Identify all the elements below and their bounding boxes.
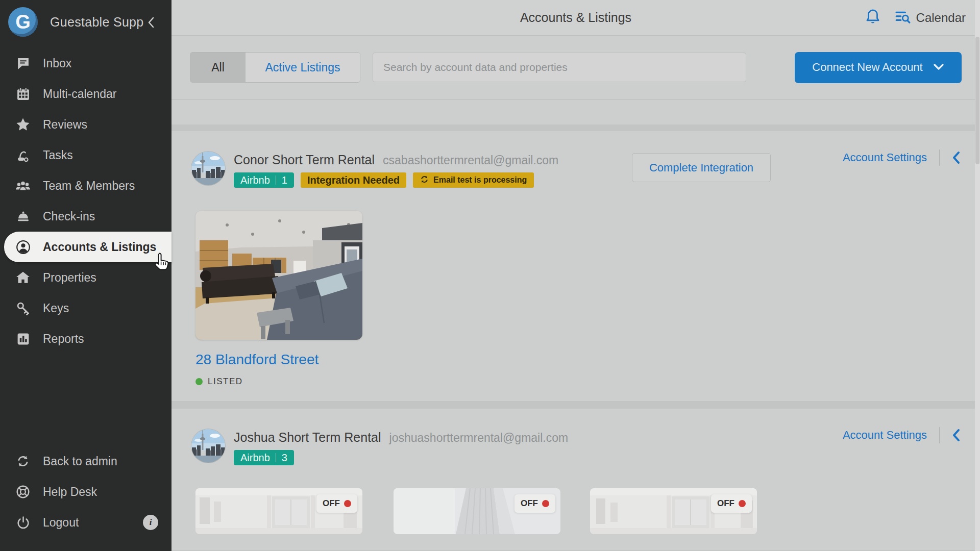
sidebar-item-team-members[interactable]: Team & Members [0,170,172,201]
star-icon [15,117,31,132]
sidebar-item-accounts-listings[interactable]: Accounts & Listings [4,232,172,262]
scrollbar-thumb[interactable] [975,37,979,164]
settings-divider [939,427,940,443]
refresh-icon [15,454,31,469]
badge-divider [276,453,276,462]
account-info: Joshua Short Term Rental joshuashortterm… [234,429,568,465]
account-badges: Airbnb 3 [234,450,568,465]
badge-divider [276,176,276,185]
calendar-label: Calendar [916,11,966,25]
sidebar-item-label: Check-ins [43,210,95,223]
off-status-label: OFF [521,498,538,509]
sidebar-item-label: Keys [43,302,69,315]
chat-icon [15,56,31,71]
notifications-bell-icon[interactable] [865,8,880,28]
channel-name: Airbnb [240,174,270,186]
main-area: Accounts & Listings Calendar All Active … [172,0,980,551]
channel-badge: Airbnb 1 [234,172,294,188]
listing-status: LISTED [195,377,362,387]
sidebar-nav: Inbox Multi-calendar Reviews Tasks Team … [0,48,172,354]
connect-new-account-button[interactable]: Connect New Account [795,52,962,83]
sidebar-item-label: Reports [43,332,84,346]
account-card-joshua: Joshua Short Term Rental joshuashortterm… [172,409,980,550]
search-input[interactable] [373,53,746,82]
account-settings-link[interactable]: Account Settings [843,429,927,442]
account-info: Conor Short Term Rental csabashorttermre… [234,152,558,188]
sidebar-item-label: Team & Members [43,179,135,193]
listing-card: 28 Blandford Street LISTED [195,211,362,387]
sidebar-item-inbox[interactable]: Inbox [0,48,172,79]
channel-name: Airbnb [240,452,270,464]
sidebar-item-check-ins[interactable]: Check-ins [0,201,172,232]
sidebar-item-tasks[interactable]: Tasks [0,140,172,170]
brand-logo-letter: G [15,11,31,33]
connect-new-account-label: Connect New Account [812,61,922,74]
top-header: Accounts & Listings Calendar [172,0,980,36]
tab-all[interactable]: All [190,53,246,82]
collapse-account-chevron-icon[interactable] [952,429,961,442]
refresh-icon [420,175,429,186]
accounts-listings-page: { "brand": { "name": "Guestable Supp", "… [0,0,980,551]
list-search-icon [895,9,911,27]
sidebar-item-label: Back to admin [43,455,117,468]
sidebar-item-properties[interactable]: Properties [0,262,172,293]
sidebar-item-reports[interactable]: Reports [0,323,172,354]
chevron-down-icon [933,61,944,74]
channel-listing-count: 1 [282,174,287,186]
sidebar-item-keys[interactable]: Keys [0,293,172,323]
account-icon [15,239,31,255]
account-header: Conor Short Term Rental csabashorttermre… [191,152,558,188]
listing-photo[interactable] [195,211,362,340]
off-status-dot [344,500,351,507]
calendar-icon [15,86,31,102]
listing-thumbnail[interactable]: OFF [195,488,362,534]
logout-info-icon[interactable]: i [143,515,158,530]
section-gap [172,401,980,409]
sidebar-item-label: Multi-calendar [43,87,116,101]
sidebar-item-label: Inbox [43,57,71,70]
calendar-toggle[interactable]: Calendar [895,9,966,27]
off-status-label: OFF [323,498,340,509]
email-processing-label: Email test is processing [433,176,527,185]
account-settings-row: Account Settings [843,149,961,166]
team-icon [15,178,31,193]
sidebar-item-help-desk[interactable]: Help Desk [0,477,172,507]
account-header: Joshua Short Term Rental joshuashortterm… [191,429,568,465]
lifebuoy-icon [15,484,31,499]
account-settings-link[interactable]: Account Settings [843,151,927,164]
off-status-dot [739,500,746,507]
collapse-account-chevron-icon[interactable] [952,151,961,164]
email-processing-badge: Email test is processing [413,172,534,188]
off-status-badge: OFF [514,494,555,513]
vacuum-icon [15,147,31,163]
account-name: Conor Short Term Rental [234,153,375,167]
sidebar-collapse-icon[interactable] [146,16,156,31]
listing-thumbnail[interactable]: OFF [590,488,757,534]
account-settings-row: Account Settings [843,427,961,443]
power-icon [15,515,31,530]
sidebar-item-logout[interactable]: Logout i [0,507,172,538]
bar-chart-icon [15,331,31,346]
settings-divider [939,149,940,166]
brand-logo: G [8,7,38,37]
service-bell-icon [15,209,31,224]
listing-thumbnail[interactable]: OFF [394,488,560,534]
section-gap [172,124,980,131]
complete-integration-button[interactable]: Complete Integration [632,153,771,182]
account-email: joshuashorttermrental@gmail.com [389,431,569,445]
scrollbar[interactable] [975,0,980,551]
sidebar-item-back-to-admin[interactable]: Back to admin [0,446,172,477]
integration-needed-badge: Integration Needed [301,172,406,188]
sidebar-item-multi-calendar[interactable]: Multi-calendar [0,79,172,109]
tab-active-listings[interactable]: Active Listings [246,53,360,82]
listing-title-link[interactable]: 28 Blandford Street [195,352,362,368]
home-icon [15,270,31,285]
sidebar-item-reviews[interactable]: Reviews [0,109,172,140]
account-name: Joshua Short Term Rental [234,430,381,445]
sidebar-item-label: Logout [43,516,79,530]
toolbar-subband [172,99,980,124]
sidebar-item-label: Reviews [43,118,87,132]
off-status-dot [542,500,549,507]
page-title: Accounts & Listings [520,10,631,25]
brand-name: Guestable Supp [50,15,144,30]
